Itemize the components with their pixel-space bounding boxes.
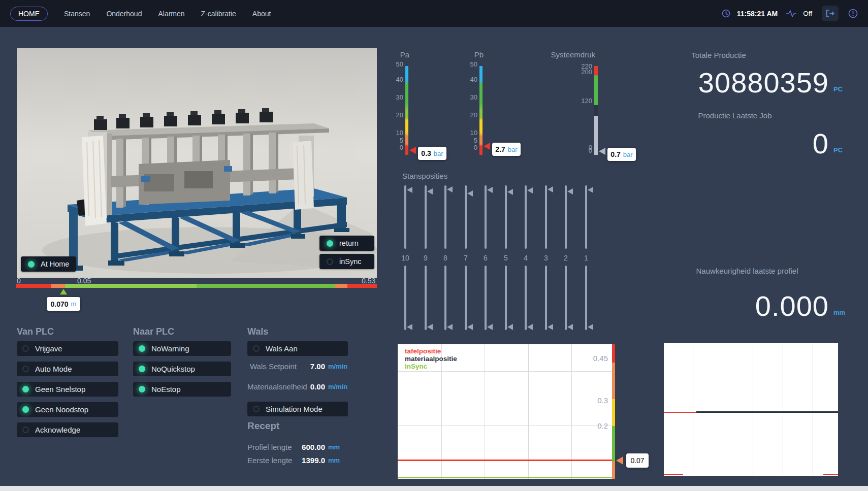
gauge-systeemdruk-value-pill: 0.7 bar [607,148,636,161]
geen-snelstop-button[interactable]: Geen Snelstop [17,382,118,397]
stans-slider-top-1[interactable] [585,185,587,249]
stans-marker-bottom-5[interactable] [507,324,513,330]
stans-marker-top-3[interactable] [548,186,553,192]
logout-button[interactable] [822,6,839,21]
nav-item-home[interactable]: HOME [10,7,48,21]
stans-marker-top-6[interactable] [487,187,493,193]
insync-indicator-icon [327,258,333,265]
position-slider-track[interactable] [16,284,377,288]
acknowledge-button[interactable]: Acknowledge [17,422,118,437]
noestop-button[interactable]: NoEstop [133,382,231,397]
stans-slider-top-2[interactable] [565,185,567,249]
position-slider-marker[interactable] [60,289,67,294]
stans-slider-bottom-8[interactable] [444,266,446,330]
simulation-mode-button[interactable]: Simulation Mode [247,402,348,416]
stans-slider-bottom-1[interactable] [585,266,587,330]
nowarning-label: NoWarning [151,344,189,353]
stans-slider-top-6[interactable] [485,185,487,249]
stans-marker-top-2[interactable] [567,188,573,194]
stans-marker-bottom-2[interactable] [567,324,573,330]
stans-slider-bottom-5[interactable] [505,266,507,330]
stans-marker-top-10[interactable] [407,187,412,193]
stans-slider-top-3[interactable] [545,185,547,249]
recept-title: Recept [247,420,279,432]
pulse-icon [786,10,796,17]
wals-aan-label: Wals Aan [266,344,298,353]
totale-productie-label: Totale Productie [655,51,782,59]
stans-marker-top-7[interactable] [467,190,473,197]
stans-marker-bottom-6[interactable] [487,324,493,330]
materiaalsnelheid-unit: m/min [328,383,347,390]
stans-number: 1 [580,254,593,262]
stans-slider-bottom-2[interactable] [565,266,567,330]
gauge-systeemdruk-tick: 120 [565,97,592,105]
gauge-systeemdruk-title: Systeemdruk [543,50,595,59]
nauwkeurigheid-unit: mm [833,309,845,316]
gauge-pb-title: Pb [450,50,484,59]
stans-slider-top-10[interactable] [404,185,406,249]
stans-slider-bottom-9[interactable] [425,266,427,330]
gridline [571,344,572,479]
wals-aan-button[interactable]: Wals Aan [247,341,348,356]
tolerance-band [612,344,615,479]
chart-ytick: 0.2 [597,421,608,430]
stans-marker-bottom-9[interactable] [427,324,433,330]
info-button[interactable] [848,9,858,18]
noestop-indicator-icon [139,386,145,392]
stans-number: 10 [399,254,412,262]
stansposities-title: Stansposities [402,172,447,180]
nav-item-stansen[interactable]: Stansen [64,10,90,18]
position-value: 0.070 [51,300,69,308]
stans-marker-bottom-10[interactable] [407,324,412,330]
geen-noodstop-button[interactable]: Geen Noodstop [17,402,118,417]
gauge-pa-title: Pa [376,50,409,59]
stans-slider-top-7[interactable] [465,185,467,249]
geen-noodstop-indicator-icon [22,406,29,413]
materiaalsnelheid-value: 0.00 [284,382,325,391]
nav-item-alarmen[interactable]: Alarmen [158,10,184,18]
nav-item-onderhoud[interactable]: Onderhoud [106,10,142,18]
noquickstop-button[interactable]: NoQuickstop [133,362,231,376]
legend-tafelpositie: tafelpositie [405,347,457,355]
gridline [783,343,783,476]
wals-setpoint-value[interactable]: 7.00 [284,362,325,371]
gauge-pb-value-pill: 2.7 bar [492,143,521,156]
stans-slider-bottom-4[interactable] [525,266,527,330]
van-plc-title: Van PLC [17,326,54,337]
stans-marker-top-1[interactable] [588,187,593,193]
stans-slider-top-5[interactable] [505,185,507,249]
stans-marker-top-4[interactable] [527,187,533,193]
totale-productie-unit: PC [833,85,843,93]
stans-slider-bottom-7[interactable] [465,266,467,330]
stans-marker-bottom-1[interactable] [588,324,593,330]
gauge-pa-unit: bar [434,150,443,157]
stans-marker-bottom-3[interactable] [548,324,553,330]
geen-noodstop-label: Geen Noodstop [35,405,88,414]
clock-icon [722,9,730,18]
stans-slider-top-8[interactable] [444,185,446,249]
stans-marker-bottom-8[interactable] [447,324,453,330]
stans-marker-top-8[interactable] [447,186,453,192]
stans-slider-top-4[interactable] [525,185,527,249]
nav-item-z-calibratie[interactable]: Z-calibratie [201,10,236,18]
machine-3d-view[interactable]: At Home return inSync [17,48,377,278]
vrijgave-button[interactable]: Vrijgave [17,341,118,356]
stans-slider-top-9[interactable] [425,185,427,249]
nowarning-button[interactable]: NoWarning [133,341,231,356]
noquickstop-label: NoQuickstop [151,365,195,373]
stans-slider-bottom-10[interactable] [404,266,406,330]
stans-slider-bottom-6[interactable] [485,266,487,330]
chart-ytick: 0.45 [593,354,608,363]
stans-slider-bottom-3[interactable] [545,266,547,330]
nav-item-about[interactable]: About [252,10,271,18]
stans-marker-bottom-4[interactable] [527,324,533,330]
stans-marker-top-5[interactable] [507,189,513,195]
auto-mode-button[interactable]: Auto Mode [17,362,118,376]
stans-number: 2 [559,254,572,262]
stans-marker-bottom-7[interactable] [467,324,473,330]
gauge-systeemdruk-tick: 0 [565,147,592,154]
gridline [753,343,753,476]
gauge-pb-unit: bar [508,146,518,153]
bottom-scrollbar[interactable] [0,486,868,491]
stans-marker-top-9[interactable] [427,188,433,194]
